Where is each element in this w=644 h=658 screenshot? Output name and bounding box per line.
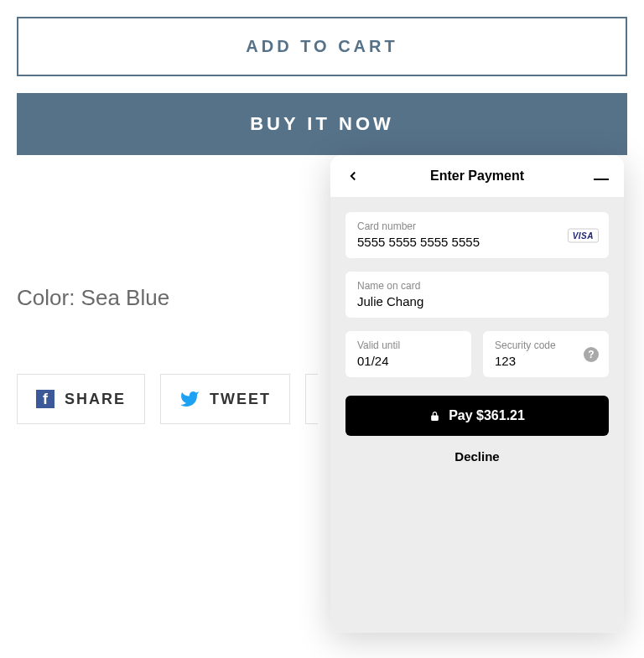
twitter-icon [179,389,200,409]
share-twitter-button[interactable]: TWEET [160,374,290,424]
pay-button-label: Pay $361.21 [449,408,525,423]
back-icon[interactable] [345,168,361,184]
valid-until-input[interactable] [357,354,460,368]
card-brand-badge: VISA [568,228,599,242]
payment-modal-body: Card number VISA Name on card Valid unti… [330,197,624,633]
payment-modal: Enter Payment Card number VISA Name on c… [330,155,624,633]
card-number-label: Card number [357,220,597,232]
minimize-icon[interactable] [594,179,609,180]
name-on-card-input[interactable] [357,294,597,308]
name-on-card-field[interactable]: Name on card [345,272,609,318]
pay-button[interactable]: Pay $361.21 [345,396,609,436]
facebook-icon: f [36,390,55,408]
card-number-input[interactable] [357,235,597,249]
share-facebook-label: SHARE [65,391,126,408]
share-facebook-button[interactable]: f SHARE [17,374,145,424]
security-code-label: Security code [495,339,597,351]
share-twitter-label: TWEET [210,391,271,408]
lock-icon [429,410,440,422]
help-icon[interactable]: ? [584,347,599,362]
security-code-field[interactable]: Security code ? [483,331,609,377]
share-pinterest-button[interactable] [305,374,318,424]
security-code-input[interactable] [495,354,597,368]
add-to-cart-button[interactable]: ADD TO CART [17,17,627,76]
payment-modal-title: Enter Payment [430,168,524,184]
name-on-card-label: Name on card [357,280,597,292]
valid-until-field[interactable]: Valid until [345,331,471,377]
payment-modal-header: Enter Payment [330,155,624,197]
valid-until-label: Valid until [357,339,460,351]
decline-button[interactable]: Decline [345,436,609,477]
card-number-field[interactable]: Card number VISA [345,212,609,258]
buy-it-now-button[interactable]: BUY IT NOW [17,93,627,155]
